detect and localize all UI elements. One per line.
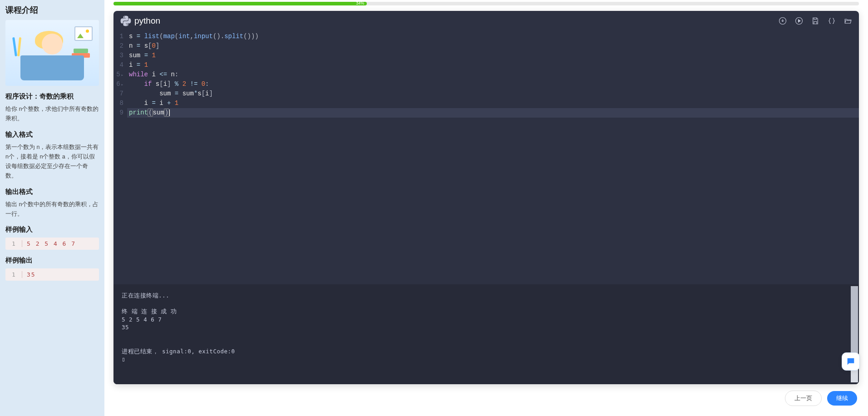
sample-output-box: 1 35 [5, 268, 99, 281]
continue-button[interactable]: 继续 [827, 391, 857, 406]
save-icon[interactable] [811, 16, 820, 25]
sample-line-num: 1 [5, 240, 22, 247]
sample-input-heading: 样例输入 [5, 225, 99, 234]
help-float-button[interactable] [842, 352, 860, 371]
progress-label: 34% [356, 1, 364, 5]
progress-bar-fill: 34% [113, 2, 367, 5]
run-icon[interactable] [794, 16, 804, 25]
python-icon [120, 15, 132, 27]
code-editor[interactable]: 1234 56 789 s = list(map(int,input().spl… [113, 31, 859, 284]
chat-icon [846, 357, 856, 366]
editor-toolbar [778, 16, 853, 25]
download-icon[interactable] [778, 16, 787, 25]
input-heading: 输入格式 [5, 130, 99, 139]
sample-line-num: 1 [5, 271, 22, 278]
folder-open-icon[interactable] [843, 16, 853, 25]
brackets-icon[interactable] [827, 16, 836, 25]
output-heading: 输出格式 [5, 188, 99, 196]
editor-shell: python 1234 56 789 s = list(map(int,inpu… [113, 11, 859, 384]
progress-bar-track: 34% [113, 2, 859, 5]
lang-label: python [134, 16, 160, 26]
code-lines[interactable]: s = list(map(int,input().split())) n = s… [127, 31, 859, 284]
footer-buttons: 上一页 继续 [113, 384, 859, 407]
sample-output-heading: 样例输出 [5, 256, 99, 265]
sample-input-text: 5 2 5 4 6 7 [22, 240, 99, 247]
course-illustration [5, 20, 99, 86]
terminal-output[interactable]: 正在连接终端... 终 端 连 接 成 功 5 2 5 4 6 7 35 进程已… [113, 284, 859, 384]
input-desc: 第一个数为 n，表示本组数据一共有 n个，接着是 n个整数 a，你可以假设每组数… [5, 143, 99, 181]
problem-desc: 给你 n个整数，求他们中所有奇数的乘积。 [5, 104, 99, 124]
main-content: 34% python 1234 56 789 [104, 0, 868, 416]
output-desc: 输出 n个数中的所有奇数的乘积，占一行。 [5, 200, 99, 219]
sidebar-title: 课程介绍 [5, 5, 99, 15]
problem-title: 程序设计：奇数的乘积 [5, 92, 99, 101]
sample-input-box: 1 5 2 5 4 6 7 [5, 238, 99, 250]
line-gutter: 1234 56 789 [113, 31, 127, 284]
prev-button[interactable]: 上一页 [785, 391, 822, 406]
editor-header: python [113, 11, 859, 31]
sidebar: 课程介绍 程序设计：奇数的乘积 给你 n个整数，求他们中所有奇数的乘积。 输入格… [0, 0, 104, 416]
python-logo: python [120, 15, 160, 27]
sample-output-text: 35 [22, 271, 99, 278]
